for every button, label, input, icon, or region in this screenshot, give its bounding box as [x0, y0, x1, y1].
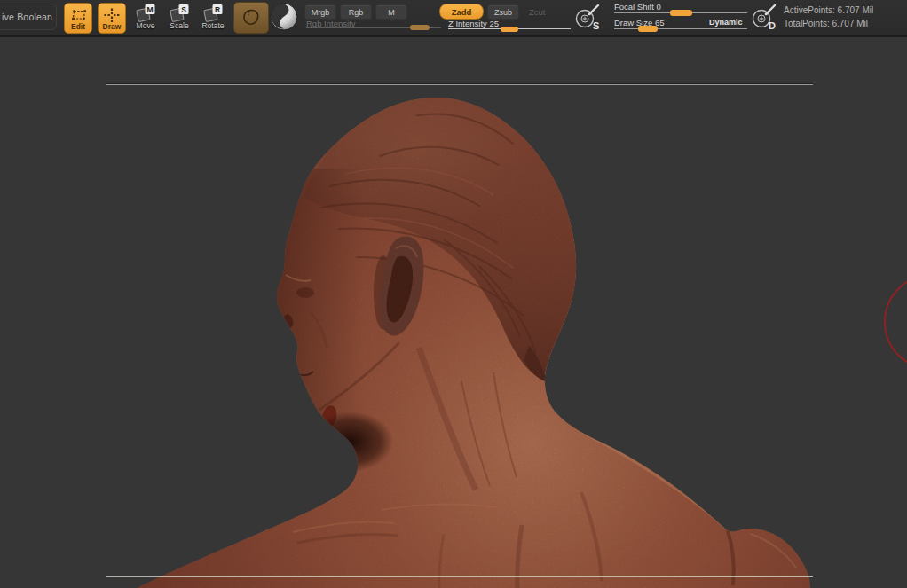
scale-icon: S	[169, 4, 190, 23]
z-intensity-handle[interactable]	[501, 27, 518, 32]
sculpt-brush-s-icon[interactable]: S	[573, 4, 603, 32]
document-bottom-edge	[106, 576, 813, 577]
svg-text:R: R	[215, 5, 220, 14]
rgb-button[interactable]: Rgb	[340, 4, 372, 20]
focal-shift-label: Focal Shift 0	[614, 2, 661, 12]
zadd-button[interactable]: Zadd	[439, 4, 484, 20]
move-icon: M	[135, 4, 156, 23]
zcut-button[interactable]: Zcut	[529, 7, 545, 17]
edit-label: Edit	[71, 22, 85, 33]
crosshair-icon	[104, 8, 120, 22]
skin-texture	[138, 98, 810, 588]
rotate-icon: R	[202, 4, 224, 23]
draw-size-track[interactable]	[614, 28, 747, 29]
svg-text:S: S	[593, 20, 599, 31]
svg-text:D: D	[769, 20, 776, 31]
sculpture-render	[0, 35, 907, 588]
m-button[interactable]: M	[375, 4, 407, 20]
svg-text:S: S	[181, 5, 186, 14]
edit-button[interactable]: Edit	[64, 3, 92, 34]
draw-button[interactable]: Draw	[98, 3, 126, 34]
draw-size-handle[interactable]	[638, 26, 658, 32]
scale-button[interactable]: S Scale	[164, 4, 194, 32]
top-shelf: ive Boolean Edit Draw	[0, 0, 907, 37]
rgb-intensity-handle[interactable]	[410, 25, 430, 30]
material-sphere-icon	[270, 3, 298, 31]
lasso-stroke-icon	[240, 6, 263, 29]
total-points-stat: TotalPoints: 6.707 Mil	[784, 19, 868, 28]
sculpt-viewport[interactable]	[0, 35, 907, 588]
dynamic-toggle[interactable]: Dynamic	[709, 18, 743, 27]
active-points-stat: ActivePoints: 6.707 Mil	[784, 5, 873, 15]
move-button[interactable]: M Move	[130, 4, 161, 32]
rotate-button[interactable]: R Rotate	[198, 4, 228, 32]
zbrush-window: { "toolbar": { "live_boolean": { "label"…	[0, 0, 907, 588]
zsub-button[interactable]: Zsub	[487, 4, 519, 20]
focal-shift-handle[interactable]	[670, 10, 692, 16]
material-button[interactable]	[270, 3, 298, 31]
live-boolean-label: ive Boolean	[2, 12, 52, 22]
transform-gizmo-icon	[69, 8, 87, 22]
scale-label: Scale	[170, 22, 188, 30]
draw-label: Draw	[103, 22, 122, 33]
stroke-type-button[interactable]	[233, 2, 269, 34]
rotate-label: Rotate	[201, 22, 224, 30]
draw-brush-d-icon[interactable]: D	[750, 4, 780, 32]
move-label: Move	[137, 22, 155, 30]
z-intensity-label: Z Intensity 25	[448, 19, 499, 28]
mrgb-button[interactable]: Mrgb	[304, 4, 336, 20]
svg-text:M: M	[146, 5, 153, 14]
document-top-edge	[106, 84, 813, 85]
